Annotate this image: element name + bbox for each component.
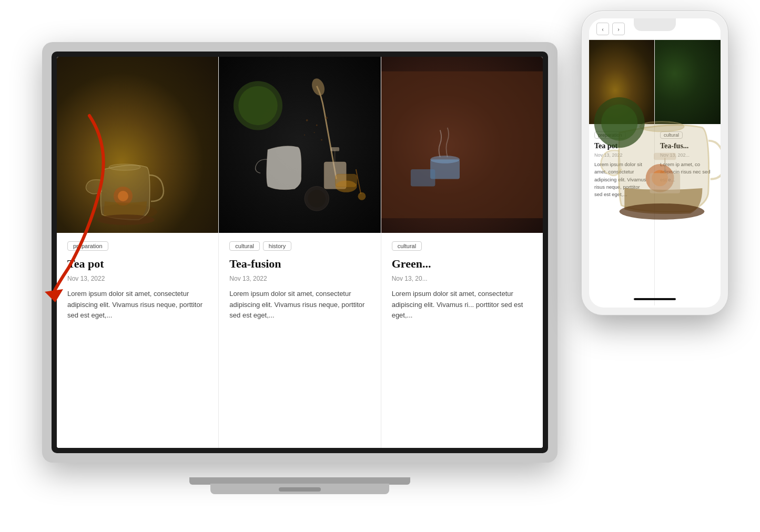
svg-point-12 [314,132,315,133]
tea-fusion-excerpt: Lorem ipsum dolor sit amet, consectetur … [229,289,370,321]
laptop-notch [279,487,321,492]
blog-grid: preparation Tea pot Nov 13, 2022 Lorem i… [57,57,543,448]
svg-rect-24 [381,71,543,218]
phone-device: ‹ › [581,11,728,315]
green-image [381,57,543,233]
svg-rect-17 [331,147,340,151]
svg-marker-0 [45,289,63,302]
laptop-screen: preparation Tea pot Nov 13, 2022 Lorem i… [57,57,543,448]
phone-screen: ‹ › [589,18,721,308]
svg-point-10 [316,125,318,126]
tag-cultural-2: cultural [392,241,422,251]
tea-fusion-title: Tea-fusion [229,257,370,271]
blog-card-tea-fusion[interactable]: cultural history Tea-fusion Nov 13, 2022… [219,57,381,448]
svg-point-14 [304,135,305,136]
svg-point-21 [358,192,366,200]
svg-point-26 [430,156,460,163]
green-excerpt: Lorem ipsum dolor sit amet, consectetur … [392,289,532,321]
green-title: Green... [392,257,532,271]
svg-point-13 [321,139,323,141]
tea-fusion-date: Nov 13, 2022 [229,275,370,282]
svg-rect-27 [411,169,435,187]
green-date: Nov 13, 20... [392,275,532,282]
blog-card-green[interactable]: cultural Green... Nov 13, 20... Lorem ip… [381,57,543,448]
phone-home-indicator [634,298,676,300]
arrow-decoration [16,105,121,305]
svg-rect-19 [336,174,357,187]
svg-point-9 [306,119,308,121]
tea-fusion-card-content: cultural history Tea-fusion Nov 13, 2022… [219,233,380,448]
tag-cultural: cultural [229,241,259,251]
phone-card-tea-fusion[interactable]: cultural Tea-fus... Nov 13, 202... Lorem… [655,40,721,305]
tea-fusion-tags: cultural history [229,241,370,251]
scene: preparation Tea pot Nov 13, 2022 Lorem i… [0,0,760,532]
svg-point-23 [308,190,326,208]
laptop-bezel: preparation Tea pot Nov 13, 2022 Lorem i… [52,52,548,453]
phone-notch [634,18,676,31]
green-tags: cultural [392,241,532,251]
tag-history: history [263,241,291,251]
laptop-base [210,484,389,494]
svg-point-11 [326,117,328,119]
tea-fusion-bg [219,57,380,233]
phone-content: preparation Tea pot Nov 13, 2022 Lorem i… [589,40,721,305]
green-bg [381,57,543,233]
svg-point-8 [310,77,327,97]
phone-body: ‹ › [581,11,728,315]
green-card-content: cultural Green... Nov 13, 20... Lorem ip… [381,233,543,448]
phone-tea-fusion-bg [655,40,721,124]
svg-point-7 [239,86,278,126]
phone-tea-fusion-image [655,40,721,124]
tea-fusion-image [219,57,380,233]
